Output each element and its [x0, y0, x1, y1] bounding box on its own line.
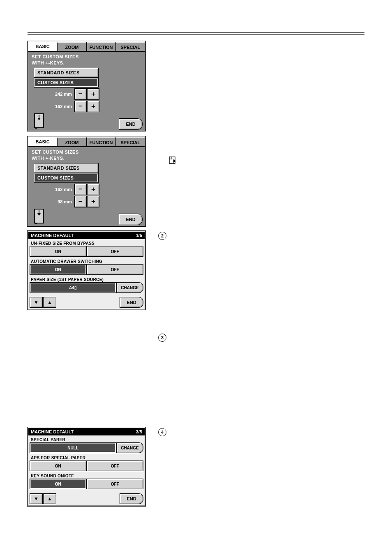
page-up-button[interactable]: ▲ — [44, 297, 56, 307]
size-row-2: 98 mm − + — [31, 196, 142, 207]
md-title: MACHINE DEFAULT — [31, 429, 74, 434]
change-button[interactable]: CHANGE — [117, 443, 143, 453]
keysound-on-button[interactable]: ON — [30, 479, 86, 489]
change-button[interactable]: CHANGE — [117, 283, 143, 292]
rule-top-thick — [28, 32, 364, 33]
rule-top-thin — [28, 34, 364, 35]
size-value-2: 98 mm — [47, 199, 74, 204]
tab-zoom[interactable]: ZOOM — [57, 42, 86, 51]
row-label-autodrawer: AUTOMATIC DRAWER SWITCHING — [30, 258, 143, 265]
tab-function[interactable]: FUNCTION — [86, 137, 115, 146]
plus-button-1[interactable]: + — [88, 184, 99, 195]
tabs-row: BASIC ZOOM FUNCTION SPECIAL — [28, 42, 145, 51]
machine-default-panel-3: MACHINE DEFAULT 3/5 SPECIAL PARER NULL C… — [28, 427, 145, 506]
step-marker-4: 4 — [158, 428, 166, 436]
aps-on-button[interactable]: ON — [30, 461, 86, 471]
page-down-button[interactable]: ▼ — [30, 494, 42, 504]
papersize-value: A4▯ — [30, 283, 116, 292]
plus-button-2[interactable]: + — [88, 101, 99, 112]
keysound-off-button[interactable]: OFF — [87, 479, 143, 489]
tab-function[interactable]: FUNCTION — [86, 42, 115, 51]
tabs-row: BASIC ZOOM FUNCTION SPECIAL — [28, 137, 145, 146]
custom-size-panel-1: BASIC ZOOM FUNCTION SPECIAL SET CUSTOM S… — [28, 41, 145, 131]
paper-orientation-icon — [33, 113, 45, 129]
step-marker-3: 3 — [158, 334, 166, 342]
plus-button-2[interactable]: + — [88, 196, 99, 207]
minus-button-1[interactable]: − — [75, 89, 86, 99]
md-title-bar: MACHINE DEFAULT 3/5 — [28, 428, 145, 435]
machine-default-panel-1: MACHINE DEFAULT 1/5 UN-FIXED SIZE FROM B… — [28, 231, 145, 310]
size-row-1: 242 mm − + — [31, 89, 142, 99]
size-row-1: 162 mm − + — [31, 184, 142, 195]
standard-sizes-button[interactable]: STANDARD SIZES — [34, 68, 98, 77]
aps-off-button[interactable]: OFF — [87, 461, 143, 471]
instruction-line2: WITH +-KEYS. — [31, 155, 142, 163]
special-paper-value: NULL — [30, 443, 116, 453]
md-page: 3/5 — [136, 429, 142, 434]
row-label-papersize: PAPER SIZE (1ST PAPER SOURCE) — [30, 276, 143, 283]
page-down-button[interactable]: ▼ — [30, 297, 42, 307]
minus-button-2[interactable]: − — [75, 196, 86, 207]
tab-basic[interactable]: BASIC — [28, 42, 57, 51]
tab-special[interactable]: SPECIAL — [115, 42, 145, 51]
autodrawer-off-button[interactable]: OFF — [87, 265, 143, 274]
tab-special[interactable]: SPECIAL — [115, 137, 145, 146]
size-value-1: 242 mm — [47, 92, 74, 97]
size-row-2: 162 mm − + — [31, 101, 142, 112]
autodrawer-on-button[interactable]: ON — [30, 265, 86, 274]
tab-zoom[interactable]: ZOOM — [57, 137, 86, 146]
instruction-line2: WITH +-KEYS. — [31, 60, 142, 67]
note-icon — [168, 156, 177, 164]
unfixed-on-button[interactable]: ON — [30, 246, 86, 256]
end-button[interactable]: END — [119, 119, 142, 129]
md-page: 1/5 — [136, 233, 142, 238]
end-button[interactable]: END — [119, 214, 142, 225]
plus-button-1[interactable]: + — [88, 89, 99, 99]
page-up-button[interactable]: ▲ — [44, 494, 56, 504]
step-marker-2: 2 — [158, 232, 166, 240]
size-value-2: 162 mm — [47, 104, 74, 109]
end-button[interactable]: END — [120, 494, 143, 504]
custom-sizes-button[interactable]: CUSTOM SIZES — [34, 78, 98, 87]
end-button[interactable]: END — [120, 297, 143, 307]
size-value-1: 162 mm — [47, 187, 74, 192]
custom-size-panel-2: BASIC ZOOM FUNCTION SPECIAL SET CUSTOM S… — [28, 136, 145, 226]
standard-sizes-button[interactable]: STANDARD SIZES — [34, 164, 98, 173]
md-title: MACHINE DEFAULT — [31, 233, 74, 238]
row-label-special-paper: SPECIAL PARER — [30, 436, 143, 443]
md-title-bar: MACHINE DEFAULT 1/5 — [28, 232, 145, 239]
row-label-unfixed: UN-FIXED SIZE FROM BYPASS — [30, 240, 143, 246]
row-label-aps: APS FOR SPECIAL PAPER — [30, 454, 143, 461]
tab-basic[interactable]: BASIC — [28, 137, 57, 146]
minus-button-1[interactable]: − — [75, 184, 86, 195]
minus-button-2[interactable]: − — [75, 101, 86, 112]
unfixed-off-button[interactable]: OFF — [87, 246, 143, 256]
custom-sizes-button[interactable]: CUSTOM SIZES — [34, 173, 98, 182]
paper-orientation-icon — [33, 208, 45, 224]
row-label-keysound: KEY SOUND ON/OFF — [30, 472, 143, 479]
